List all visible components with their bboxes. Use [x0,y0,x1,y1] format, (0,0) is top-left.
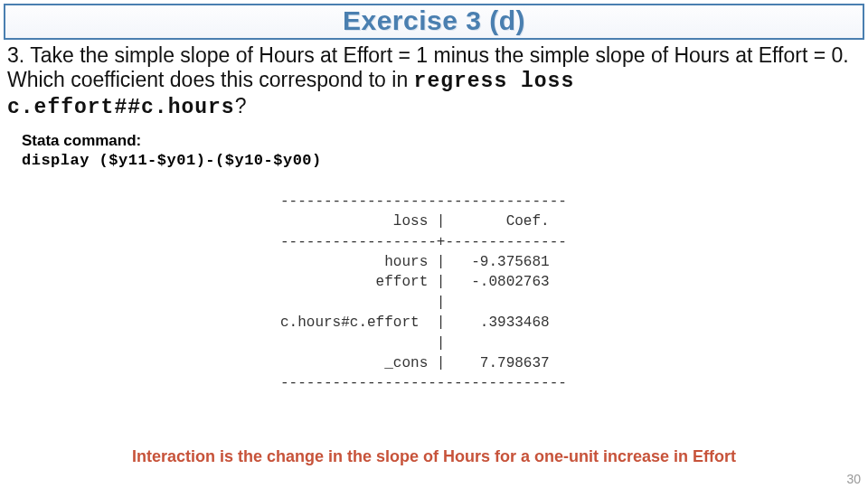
question-text: 3. Take the simple slope of Hours at Eff… [0,42,868,122]
table-row: | [280,335,567,352]
table-dash-top: --------------------------------- [280,193,567,210]
command-label: Stata command: [22,131,868,150]
table-row: c.hours#c.effort | .3933468 [280,314,567,331]
question-code-1: regress loss [414,70,575,93]
table-dash-bot: --------------------------------- [280,375,567,391]
regression-table: --------------------------------- loss |… [280,192,588,394]
slide: Exercise 3 (d) 3. Take the simple slope … [0,4,868,488]
caption: Interaction is the change in the slope o… [0,447,868,466]
page-number: 30 [846,472,861,486]
table-dash-mid: ------------------+-------------- [280,234,567,250]
question-tail: ? [235,94,247,117]
table-row: | [280,295,567,311]
table-row: effort | -.0802763 [280,274,567,290]
slide-title: Exercise 3 (d) [5,5,863,36]
table-header: loss | Coef. [280,213,567,230]
command-block: Stata command: display ($y11-$y01)-($y10… [22,131,868,170]
title-bar: Exercise 3 (d) [4,4,864,40]
table-row: hours | -9.375681 [280,254,567,270]
command-code: display ($y11-$y01)-($y10-$y00) [22,151,868,170]
question-code-2: c.effort##c.hours [7,96,235,119]
table-row: _cons | 7.798637 [280,355,567,371]
